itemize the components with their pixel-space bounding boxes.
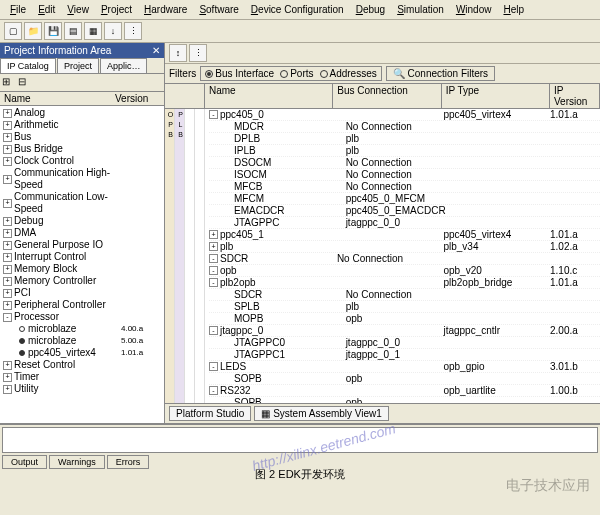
menu-view[interactable]: View <box>61 2 95 17</box>
tree-item[interactable]: +Timer <box>1 371 163 383</box>
tree-item[interactable]: +Interrupt Control <box>1 251 163 263</box>
close-icon[interactable]: ✕ <box>152 45 160 56</box>
tree-item[interactable]: +Peripheral Controller <box>1 299 163 311</box>
expand-icon[interactable]: + <box>3 361 12 370</box>
expand-icon[interactable]: - <box>209 110 218 119</box>
grid-row[interactable]: SOPBopb <box>209 397 600 403</box>
expand-icon[interactable]: + <box>209 230 218 239</box>
menu-help[interactable]: Help <box>497 2 530 17</box>
sidebar-tab[interactable]: Applic… <box>100 58 148 73</box>
expand-icon[interactable]: - <box>3 313 12 322</box>
tree-item[interactable]: +Reset Control <box>1 359 163 371</box>
expand-icon[interactable]: + <box>3 373 12 382</box>
tree-item[interactable]: +PCI <box>1 287 163 299</box>
console-tab[interactable]: Warnings <box>49 455 105 469</box>
grid-row[interactable]: ISOCMNo Connection <box>209 169 600 181</box>
grid-row[interactable]: MOPBopb <box>209 313 600 325</box>
content-tool-icon[interactable]: ↕ <box>169 44 187 62</box>
tree-tool-icon[interactable]: ⊞ <box>2 76 16 90</box>
toolbar-open-icon[interactable]: 📁 <box>24 22 42 40</box>
connection-filters-button[interactable]: 🔍 Connection Filters <box>386 66 495 81</box>
expand-icon[interactable]: - <box>209 386 218 395</box>
expand-icon[interactable]: - <box>209 266 218 275</box>
grid-row[interactable]: JTAGPPC0jtagppc_0_0 <box>209 337 600 349</box>
expand-icon[interactable]: + <box>3 385 12 394</box>
grid-row[interactable]: IPLBplb <box>209 145 600 157</box>
menu-project[interactable]: Project <box>95 2 138 17</box>
grid-row[interactable]: +ppc405_1ppc405_virtex41.01.a <box>209 229 600 241</box>
grid-row[interactable]: SOPBopb <box>209 373 600 385</box>
tree-item[interactable]: +Clock Control <box>1 155 163 167</box>
tree-item[interactable]: +General Purpose IO <box>1 239 163 251</box>
expand-icon[interactable]: + <box>3 157 12 166</box>
tree-item-child[interactable]: microblaze4.00.a <box>1 323 163 335</box>
filter-radio[interactable]: Ports <box>280 68 313 79</box>
expand-icon[interactable]: - <box>209 362 218 371</box>
grid-row[interactable]: SPLBplb <box>209 301 600 313</box>
grid-row[interactable]: DPLBplb <box>209 133 600 145</box>
grid-row[interactable]: -LEDSopb_gpio3.01.b <box>209 361 600 373</box>
tree-item[interactable]: +Memory Controller <box>1 275 163 287</box>
grid-row[interactable]: -RS232opb_uartlite1.00.b <box>209 385 600 397</box>
menu-device-configuration[interactable]: Device Configuration <box>245 2 350 17</box>
grid-row[interactable]: SDCRNo Connection <box>209 289 600 301</box>
expand-icon[interactable]: + <box>3 301 12 310</box>
tree-item-child[interactable]: ppc405_virtex41.01.a <box>1 347 163 359</box>
menu-file[interactable]: File <box>4 2 32 17</box>
tree-item[interactable]: +Analog <box>1 107 163 119</box>
expand-icon[interactable]: + <box>3 241 12 250</box>
view-tab[interactable]: Platform Studio <box>169 406 251 421</box>
grid-row[interactable]: +plbplb_v341.02.a <box>209 241 600 253</box>
toolbar-btn[interactable]: ↓ <box>104 22 122 40</box>
sidebar-tab[interactable]: Project <box>57 58 99 73</box>
toolbar-btn[interactable]: ⋮ <box>124 22 142 40</box>
expand-icon[interactable]: - <box>209 326 218 335</box>
grid-row[interactable]: JTAGPPC1jtagppc_0_1 <box>209 349 600 361</box>
menu-simulation[interactable]: Simulation <box>391 2 450 17</box>
expand-icon[interactable]: + <box>3 133 12 142</box>
tree-item[interactable]: +Communication Low-Speed <box>1 191 163 215</box>
grid-row[interactable]: -opbopb_v201.10.c <box>209 265 600 277</box>
tree-item-child[interactable]: microblaze5.00.a <box>1 335 163 347</box>
toolbar-new-icon[interactable]: ▢ <box>4 22 22 40</box>
menu-software[interactable]: Software <box>193 2 244 17</box>
view-tab[interactable]: ▦ System Assembly View1 <box>254 406 389 421</box>
console-output[interactable] <box>2 427 598 453</box>
menu-hardware[interactable]: Hardware <box>138 2 193 17</box>
expand-icon[interactable]: + <box>3 253 12 262</box>
toolbar-save-icon[interactable]: 💾 <box>44 22 62 40</box>
toolbar-btn[interactable]: ▤ <box>64 22 82 40</box>
toolbar-btn[interactable]: ▦ <box>84 22 102 40</box>
tree-item[interactable]: +Memory Block <box>1 263 163 275</box>
tree-tool-icon[interactable]: ⊟ <box>18 76 32 90</box>
sidebar-tab[interactable]: IP Catalog <box>0 58 56 73</box>
menu-edit[interactable]: Edit <box>32 2 61 17</box>
expand-icon[interactable]: - <box>209 254 218 263</box>
expand-icon[interactable]: + <box>3 277 12 286</box>
filter-radio[interactable]: Addresses <box>320 68 377 79</box>
tree-item[interactable]: +Bus <box>1 131 163 143</box>
expand-icon[interactable]: + <box>3 109 12 118</box>
grid-row[interactable]: DSOCMNo Connection <box>209 157 600 169</box>
tree-item[interactable]: +Debug <box>1 215 163 227</box>
tree-item[interactable]: +Utility <box>1 383 163 395</box>
console-tab[interactable]: Output <box>2 455 47 469</box>
expand-icon[interactable]: + <box>3 199 12 208</box>
filter-radio[interactable]: Bus Interface <box>205 68 274 79</box>
expand-icon[interactable]: + <box>3 145 12 154</box>
tree-item[interactable]: +Bus Bridge <box>1 143 163 155</box>
expand-icon[interactable]: + <box>3 289 12 298</box>
content-tool-icon[interactable]: ⋮ <box>189 44 207 62</box>
console-tab[interactable]: Errors <box>107 455 150 469</box>
expand-icon[interactable]: + <box>3 265 12 274</box>
grid-row[interactable]: EMACDCRppc405_0_EMACDCR <box>209 205 600 217</box>
grid-row[interactable]: MDCRNo Connection <box>209 121 600 133</box>
expand-icon[interactable]: + <box>209 242 218 251</box>
assembly-grid[interactable]: O P B P L B -ppc405_0ppc405_virtex41.01.… <box>165 109 600 403</box>
tree-item[interactable]: +DMA <box>1 227 163 239</box>
grid-row[interactable]: MFCMppc405_0_MFCM <box>209 193 600 205</box>
tree-item[interactable]: +Arithmetic <box>1 119 163 131</box>
expand-icon[interactable]: + <box>3 175 12 184</box>
ip-catalog-tree[interactable]: +Analog+Arithmetic+Bus+Bus Bridge+Clock … <box>0 106 164 423</box>
expand-icon[interactable]: + <box>3 121 12 130</box>
